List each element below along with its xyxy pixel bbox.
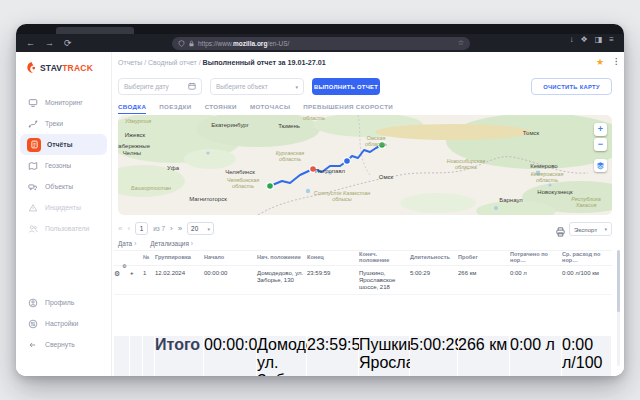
tab-summary[interactable]: СВОДКА	[118, 103, 146, 114]
page-first-button[interactable]: «	[118, 224, 122, 233]
cell-start-loc: Домодедово, ул. Заборье, 130	[257, 266, 307, 294]
map-city-label: Петропавл	[315, 168, 345, 175]
sort-by-detail[interactable]: Детализация›	[150, 240, 193, 247]
breadcrumb: Отчеты / Сводный отчет / Выполненный отч…	[118, 58, 326, 67]
map-city-label: Барнаул	[499, 197, 523, 204]
settings-icon	[27, 318, 39, 330]
sidebar-item-tracks[interactable]: Треки	[20, 113, 107, 134]
screenshot-icon[interactable]: ❖	[581, 36, 588, 44]
tab-engine-hours[interactable]: МОТОЧАСЫ	[250, 103, 290, 114]
sidebar-item-geozones[interactable]: Геозоны	[20, 155, 107, 176]
map-city-label: Ижевск	[125, 132, 145, 139]
total-norm-rate: 0:00 л/100 км	[562, 336, 612, 376]
favorite-star-icon[interactable]: ★	[596, 57, 604, 67]
total-norm-spent: 0:00 л	[510, 336, 562, 376]
lock-icon	[188, 40, 195, 47]
map-zoom-in-button[interactable]: +	[594, 123, 607, 136]
download-icon[interactable]: ↓	[570, 36, 574, 44]
sidebar-item-collapse[interactable]: Свернуть	[20, 334, 107, 355]
page-next-button[interactable]: ›	[170, 224, 173, 233]
page-count-label: из 7	[153, 225, 165, 232]
map-region-label: Солтустік Казакстан облысы	[314, 191, 370, 203]
geozones-icon	[27, 160, 39, 172]
reports-icon	[27, 138, 41, 152]
sidebar-item-settings[interactable]: Настройки	[20, 313, 107, 334]
cell-num: 1	[143, 266, 155, 294]
map-region-label: Удмуртия	[125, 119, 151, 125]
print-button[interactable]	[555, 223, 566, 241]
cell-duration: 5:00:29	[410, 266, 458, 294]
object-select[interactable]: Выберите объект ▾	[210, 78, 304, 95]
total-start: 00:00:00	[204, 336, 257, 376]
more-options-icon[interactable]: ⋮	[612, 57, 620, 66]
row-settings-icon[interactable]: ⚙⚙	[114, 266, 130, 294]
page-prev-button[interactable]: ‹	[127, 224, 130, 233]
date-picker-input[interactable]: Выберите дату	[118, 78, 202, 95]
total-start-loc: Домодедово, ул. Заборье, 130	[257, 336, 307, 376]
chevron-right-icon: ›	[134, 240, 136, 247]
menu-icon[interactable]: ≡	[609, 36, 614, 44]
back-icon[interactable]: ←	[26, 39, 35, 48]
browser-toolbar: ← → ⟳ https://www.mozilla.org/en-US/ ☆ ↓…	[16, 34, 624, 52]
clear-map-button[interactable]: ОЧИСТИТЬ КАРТУ	[531, 78, 612, 95]
reload-icon[interactable]: ⟳	[64, 39, 72, 48]
map-view[interactable]: Ижевск Набережные Челны Екатеринбург Тюм…	[118, 115, 612, 215]
browser-actions: ↓ ❖ ◨ ≡	[570, 36, 614, 44]
pip-icon[interactable]: ◨	[595, 36, 603, 44]
page-number-input[interactable]: 1	[135, 222, 148, 235]
tab-trips[interactable]: ПОЕЗДКИ	[159, 103, 191, 114]
total-mileage: 266 км	[458, 336, 510, 376]
date-placeholder: Выберите дату	[124, 83, 169, 90]
export-select[interactable]: Экспорт▾	[569, 222, 612, 236]
cell-start: 00:00:00	[204, 266, 257, 294]
row-expand-icon[interactable]: +	[130, 266, 143, 294]
sidebar-item-objects[interactable]: Объекты	[20, 176, 107, 197]
chevron-down-icon: ▾	[208, 226, 211, 232]
layers-icon	[596, 161, 605, 170]
sort-by-date[interactable]: Дата›	[118, 240, 136, 247]
forward-icon[interactable]: →	[45, 39, 54, 48]
sidebar-item-incidents[interactable]: Инциденты	[20, 197, 107, 218]
logo-flame-icon	[25, 61, 38, 75]
app-content: STAVTRACK Мониторинг Треки Отчёты	[16, 52, 624, 376]
bookmark-star-icon[interactable]: ☆	[458, 39, 464, 47]
report-table: № Группировка Начало Нач. положение Коне…	[114, 250, 612, 376]
sidebar-item-users[interactable]: Пользователи	[20, 218, 107, 239]
total-duration: 5:00:29	[410, 336, 458, 376]
map-region-label: Челябинская область	[227, 178, 259, 190]
sidebar-item-reports[interactable]: Отчёты	[20, 134, 107, 155]
sidebar-item-profile[interactable]: Профиль	[20, 292, 107, 313]
table-row[interactable]: ⚙⚙ + 1 12.02.2024 00:00:00 Домодедово, у…	[114, 266, 612, 295]
map-region-label: Курганская область	[276, 151, 305, 163]
map-zoom-out-button[interactable]: −	[594, 138, 607, 151]
map-region-label: Республика Хакасия	[571, 197, 600, 209]
sidebar: STAVTRACK Мониторинг Треки Отчёты	[16, 52, 112, 376]
report-tabs: СВОДКА ПОЕЗДКИ СТОЯНКИ МОТОЧАСЫ ПРЕВЫШЕН…	[118, 103, 393, 114]
run-report-button[interactable]: ВЫПОЛНИТЬ ОТЧЕТ	[312, 78, 380, 95]
sidebar-item-monitoring[interactable]: Мониторинг	[20, 92, 107, 113]
map-city-label: Магнитогорск	[189, 196, 227, 203]
map-city-label: Набережные Челны	[118, 143, 150, 156]
table-total-row: Итого 00:00:00 Домодедово, ул. Заборье, …	[114, 336, 612, 376]
breadcrumb-path[interactable]: Отчеты / Сводный отчет /	[118, 59, 203, 66]
users-icon	[27, 223, 39, 235]
page-last-button[interactable]: »	[178, 224, 182, 233]
tab-stops[interactable]: СТОЯНКИ	[205, 103, 237, 114]
table-sort-row: Дата› Детализация›	[118, 240, 193, 247]
route-point-marker	[344, 158, 351, 165]
cell-end: 23:59:59	[307, 266, 359, 294]
tab-speeding[interactable]: ПРЕВЫШЕНИЯ СКОРОСТИ	[303, 103, 393, 114]
map-layers-button[interactable]	[594, 159, 607, 172]
total-end: 23:59:59	[307, 336, 359, 376]
objects-icon	[27, 181, 39, 193]
scrollbar-thumb[interactable]	[617, 250, 620, 312]
map-city-label: Екатеринбург	[211, 122, 249, 129]
main-panel: Отчеты / Сводный отчет / Выполненный отч…	[112, 52, 624, 376]
url-bar[interactable]: https://www.mozilla.org/en-US/ ☆	[172, 37, 470, 50]
app-logo[interactable]: STAVTRACK	[25, 61, 93, 75]
cell-norm-spent: 0:00 л	[510, 266, 562, 294]
cell-end-loc: Пушкино, Ярославское шоссе, 218	[359, 266, 410, 294]
shield-icon	[178, 40, 185, 47]
page-size-select[interactable]: 20▾	[187, 222, 214, 235]
page-title: Выполненный отчет за 19.01-27.01	[203, 58, 326, 67]
